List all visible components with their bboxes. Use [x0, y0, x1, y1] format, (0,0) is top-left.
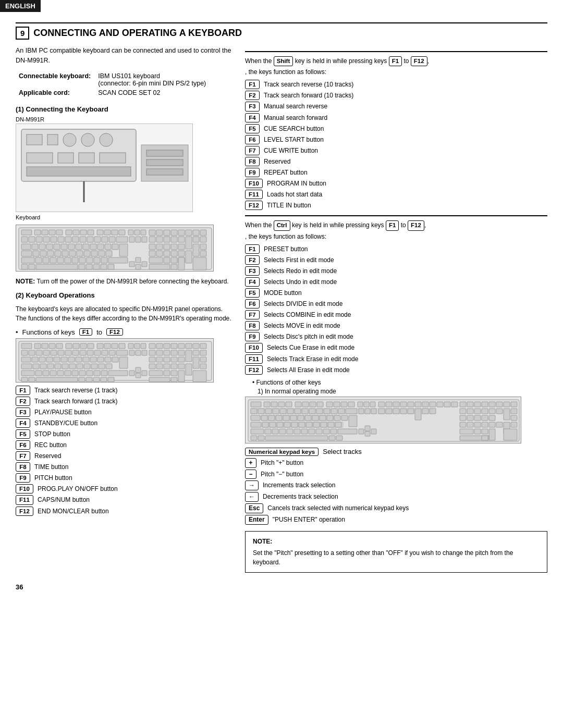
svg-rect-307 [324, 409, 330, 414]
svg-rect-223 [156, 364, 163, 369]
svg-rect-388 [474, 429, 481, 434]
svg-rect-202 [119, 357, 128, 368]
fkey-ctrl-row: F7Selects COMBINE in edit mode [245, 310, 547, 319]
svg-rect-172 [80, 350, 86, 355]
svg-rect-332 [261, 415, 267, 421]
fkey-ctrl-desc: Selects MOVE in edit mode [264, 322, 340, 330]
svg-rect-109 [101, 264, 107, 269]
svg-rect-371 [511, 422, 517, 427]
esc-key-badge: Esc [245, 503, 263, 513]
svg-rect-117 [164, 244, 170, 250]
svg-rect-106 [79, 264, 85, 269]
fkey-normal-row: F2Track search forward (1 track) [16, 397, 235, 406]
svg-rect-181 [149, 350, 155, 355]
fkey-ctrl-row: F1PRESET button [245, 244, 547, 254]
fkey-shift-desc: Reserved [264, 157, 290, 166]
svg-rect-93 [43, 257, 49, 263]
svg-rect-208 [193, 357, 199, 368]
svg-rect-301 [280, 409, 286, 414]
subsection2-label: (2) Keyboard Operations [16, 291, 235, 299]
svg-rect-279 [393, 402, 399, 407]
svg-rect-114 [136, 257, 141, 263]
svg-rect-330 [251, 415, 260, 421]
fkey-shift-badge: F1 [245, 80, 260, 89]
fkey-normal-row: F11CAPS/NUM button [16, 495, 235, 504]
connectable-value: IBM US101 keyboard (connector: 6-pin min… [96, 72, 208, 88]
svg-rect-70 [61, 244, 67, 250]
enter-key-badge: Enter [245, 515, 268, 525]
fkey-shift-desc: TITLE IN button [267, 201, 311, 210]
fkey-ctrl-row: F12Selects All Erase in edit mode [245, 365, 547, 375]
svg-rect-201 [112, 357, 118, 362]
fkey-shift-desc: PROGRAM IN button [267, 179, 326, 188]
svg-rect-364 [460, 422, 466, 427]
svg-rect-23 [66, 230, 72, 235]
fkey-ctrl-row: F11Selects Track Erase in edit mode [245, 354, 547, 364]
svg-rect-137 [178, 257, 185, 270]
svg-rect-265 [286, 402, 292, 407]
svg-rect-187 [193, 350, 199, 355]
svg-rect-367 [482, 422, 488, 427]
fkey-ctrl-row: F9Selects Disc's pitch in edit mode [245, 332, 547, 341]
svg-rect-303 [295, 409, 301, 414]
svg-rect-374 [272, 429, 278, 434]
svg-rect-194 [61, 357, 67, 362]
svg-rect-262 [264, 402, 270, 407]
svg-rect-50 [142, 237, 147, 242]
svg-rect-191 [39, 357, 45, 362]
svg-rect-217 [77, 364, 83, 369]
svg-rect-267 [302, 402, 309, 407]
svg-rect-94 [50, 257, 56, 263]
svg-rect-239 [101, 371, 107, 376]
svg-rect-286 [444, 402, 450, 407]
svg-rect-271 [334, 402, 340, 407]
svg-rect-328 [504, 409, 510, 420]
svg-rect-60 [171, 237, 177, 242]
svg-rect-175 [102, 350, 108, 355]
svg-rect-168 [51, 350, 57, 355]
fkey-normal-row: F9PITCH button [16, 473, 235, 483]
svg-rect-127 [193, 244, 199, 256]
svg-rect-369 [496, 422, 503, 427]
svg-rect-373 [265, 429, 271, 434]
svg-rect-299 [265, 409, 272, 414]
svg-rect-178 [129, 350, 134, 355]
svg-rect-355 [277, 422, 283, 427]
svg-rect-233 [57, 371, 64, 376]
ctrl-intro: When the Ctrl key is held in while press… [245, 220, 547, 241]
svg-rect-237 [87, 371, 93, 376]
svg-rect-47 [116, 237, 128, 242]
svg-rect-378 [301, 429, 308, 434]
svg-rect-90 [106, 251, 112, 256]
svg-rect-348 [482, 415, 488, 421]
svg-rect-10 [27, 167, 131, 176]
svg-rect-7 [58, 153, 74, 163]
svg-rect-240 [108, 371, 128, 376]
svg-rect-357 [291, 422, 298, 427]
fkey-ctrl-row: F4Selects Undo in edit mode [245, 277, 547, 287]
svg-rect-218 [84, 364, 90, 369]
svg-rect-77 [112, 244, 118, 250]
svg-rect-81 [40, 251, 46, 256]
svg-rect-241 [129, 371, 134, 376]
svg-rect-9 [100, 153, 126, 163]
svg-rect-243 [142, 371, 147, 376]
fkey-desc: PLAY/PAUSE button [34, 408, 92, 417]
svg-rect-263 [271, 402, 277, 407]
svg-rect-141 [34, 343, 41, 349]
svg-rect-85 [69, 251, 76, 256]
svg-rect-124 [164, 251, 170, 256]
svg-rect-167 [43, 350, 50, 355]
svg-rect-147 [80, 343, 87, 349]
svg-rect-345 [460, 415, 466, 421]
svg-rect-183 [164, 350, 170, 355]
svg-rect-71 [68, 244, 75, 250]
svg-rect-368 [489, 422, 495, 427]
svg-rect-82 [47, 251, 54, 256]
svg-rect-99 [87, 257, 93, 263]
numpad-header-desc: Select tracks [323, 448, 361, 455]
fkey-ctrl-badge: F8 [245, 321, 260, 330]
svg-rect-322 [460, 409, 466, 414]
svg-rect-327 [496, 409, 503, 414]
fkey-badge: F10 [16, 484, 33, 493]
